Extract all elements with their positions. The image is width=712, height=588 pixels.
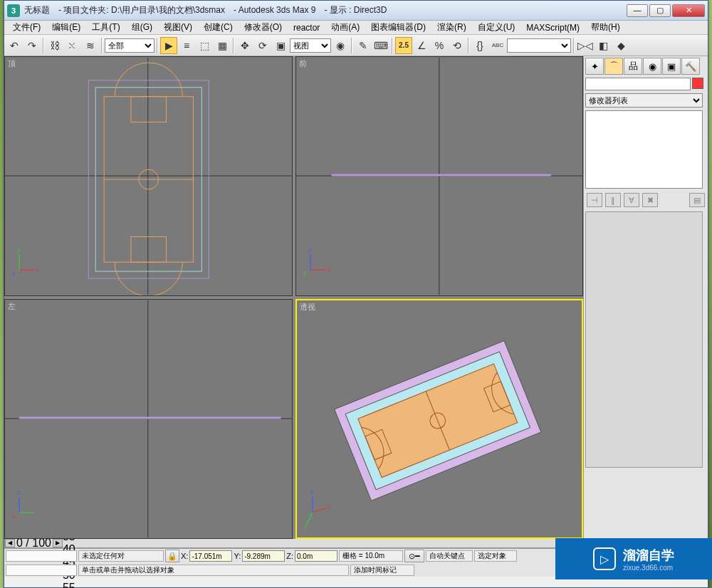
show-end-result-icon[interactable]: ‖ [605,193,621,207]
svg-text:y: y [17,246,21,253]
app-icon: 3 [7,4,20,17]
auto-key-button[interactable]: 自动关键点 [426,550,473,562]
toolbar-separator [101,38,103,53]
named-selection-dropdown[interactable] [507,38,571,53]
grid-status: 栅格 = 10.0m [339,550,403,562]
timeline-tick: 55 [63,582,75,588]
scale-icon[interactable]: ▣ [272,37,289,54]
app-window: 3 无标题 - 项目文件夹: D:\用户目录\我的文档\3dsmax - Aut… [4,0,708,588]
align-icon[interactable]: ◧ [595,37,612,54]
viewport-left[interactable]: 左 z x [4,299,293,539]
menu-views[interactable]: 视图(V) [158,20,198,35]
menu-help[interactable]: 帮助(H) [585,20,626,35]
snap-toggle-icon[interactable]: 2.5 [395,37,412,54]
menu-rendering[interactable]: 渲染(R) [431,20,472,35]
svg-rect-7 [131,97,167,122]
svg-text:z: z [17,489,21,496]
close-button[interactable]: ✕ [672,4,705,17]
menubar: 文件(F) 编辑(E) 工具(T) 组(G) 视图(V) 创建(C) 修改器(O… [4,21,708,35]
z-label: Z: [286,552,293,560]
selection-filter-dropdown[interactable]: 全部 [105,38,155,53]
mirror-icon[interactable]: ▷◁ [577,37,594,54]
configure-sets-icon[interactable]: ▤ [689,193,705,207]
remove-modifier-icon[interactable]: ✖ [642,193,658,207]
modify-tab-icon[interactable]: ⌒ [604,58,623,75]
y-label: Y: [234,552,241,560]
viewport-perspective[interactable]: 透视 [295,299,584,539]
object-name-input[interactable] [585,78,691,90]
menu-tools[interactable]: 工具(T) [86,20,125,35]
percent-snap-icon[interactable]: % [431,37,448,54]
script-listener[interactable] [6,550,77,562]
modifier-stack[interactable] [585,110,703,189]
menu-create[interactable]: 创建(C) [198,20,239,35]
object-color-swatch[interactable] [692,78,703,89]
menu-maxscript[interactable]: MAXScript(M) [520,21,585,34]
window-crossing-icon[interactable]: ▦ [214,37,231,54]
toolbar-separator [351,38,352,53]
scroll-left-icon[interactable]: ◀ [5,539,15,547]
link-icon[interactable]: ⛓ [46,37,63,54]
menu-file[interactable]: 文件(F) [7,20,46,35]
pivot-center-icon[interactable]: ◉ [332,37,349,54]
select-by-name-icon[interactable]: ≡ [178,37,195,54]
watermark: ▷ 溜溜自学 zixue.3d66.com [555,538,712,579]
manipulate-icon[interactable]: ✎ [355,37,372,54]
display-tab-icon[interactable]: ▣ [662,58,681,75]
pin-stack-icon[interactable]: ⊣ [587,193,602,207]
create-tab-icon[interactable]: ✦ [585,58,604,75]
select-region-icon[interactable]: ⬚ [196,37,213,54]
reference-coord-dropdown[interactable]: 视图 [290,38,331,53]
move-icon[interactable]: ✥ [236,37,253,54]
named-selection-icon[interactable]: {} [471,37,488,54]
redo-icon[interactable]: ↷ [23,37,41,54]
svg-rect-8 [131,236,167,262]
keyboard-shortcut-icon[interactable]: ⌨ [372,37,389,54]
toolbar-separator [233,38,234,53]
window-title: 无标题 - 项目文件夹: D:\用户目录\我的文档\3dsmax - Autod… [24,4,627,16]
scroll-right-icon[interactable]: ▶ [53,539,63,547]
modifier-list-dropdown[interactable]: 修改器列表 [585,93,703,107]
toolbar-separator [43,38,44,53]
viewports-container: 顶 x y [4,56,583,539]
menu-edit[interactable]: 编辑(E) [46,20,86,35]
make-unique-icon[interactable]: ∀ [624,193,639,207]
menu-graph[interactable]: 图表编辑器(D) [365,20,431,35]
maximize-button[interactable]: ▢ [649,4,671,17]
viewport-top[interactable]: 顶 x y [4,56,293,296]
bind-spacewarp-icon[interactable]: ≋ [82,37,99,54]
key-mode-icon[interactable]: ⊙━ [404,550,424,562]
z-coord-input[interactable] [295,550,337,562]
menu-group[interactable]: 组(G) [126,20,158,35]
prompt-line: 单击或单击并拖动以选择对象 [78,565,349,576]
x-coord-input[interactable] [189,550,232,562]
motion-tab-icon[interactable]: ◉ [643,58,661,75]
select-icon[interactable]: ▶ [160,37,177,54]
spinner-snap-icon[interactable]: ⟲ [449,37,466,54]
svg-text:x: x [328,503,331,510]
rotate-icon[interactable]: ⟳ [254,37,271,54]
toolbar-separator [468,38,469,53]
menu-modifiers[interactable]: 修改器(O) [239,20,288,35]
lock-selection-icon[interactable]: 🔒 [165,550,179,562]
play-icon: ▷ [593,547,616,570]
menu-animation[interactable]: 动画(A) [325,20,365,35]
titlebar: 3 无标题 - 项目文件夹: D:\用户目录\我的文档\3dsmax - Aut… [4,1,708,21]
menu-reactor[interactable]: reactor [288,21,325,34]
y-coord-input[interactable] [242,550,285,562]
abc-icon[interactable]: ABC [489,37,506,54]
utilities-tab-icon[interactable]: 🔨 [681,58,700,75]
svg-text:x: x [36,266,40,273]
layer-icon[interactable]: ◆ [612,37,629,54]
command-panel: ✦ ⌒ 品 ◉ ▣ 🔨 修改器列表 ⊣ ‖ ∀ ✖ ▤ [583,56,708,539]
rollup-area[interactable] [585,211,703,468]
hierarchy-tab-icon[interactable]: 品 [624,58,642,75]
menu-customize[interactable]: 自定义(U) [472,20,521,35]
script-mini[interactable] [6,565,77,576]
add-time-tag[interactable]: 添加时间标记 [350,565,414,576]
unlink-icon[interactable]: ⛌ [64,37,81,54]
viewport-front[interactable]: 前 x z y [295,56,584,296]
minimize-button[interactable]: — [627,4,648,17]
undo-icon[interactable]: ↶ [6,37,23,54]
angle-snap-icon[interactable]: ∠ [413,37,430,54]
